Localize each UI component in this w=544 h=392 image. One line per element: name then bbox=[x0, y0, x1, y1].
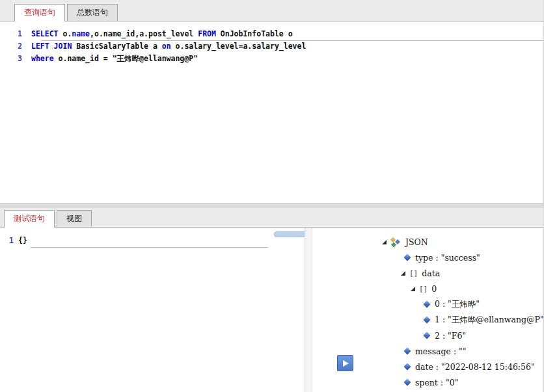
keyword-token: LEFT JOIN bbox=[31, 42, 72, 51]
code-token: OnJobInfoTable o bbox=[216, 29, 293, 38]
vertical-scrollbar[interactable] bbox=[305, 228, 312, 392]
tree-row-type[interactable]: type : "success" bbox=[381, 250, 544, 265]
sql-editor[interactable]: 1 SELECT o.name,o.name_id,a.post_level F… bbox=[0, 21, 544, 203]
diamond-icon bbox=[403, 347, 411, 354]
tree-row-data-0[interactable]: [] 0 bbox=[381, 281, 544, 296]
array-icon: [] bbox=[409, 269, 418, 278]
play-icon bbox=[343, 360, 349, 367]
current-line-underline bbox=[41, 40, 544, 41]
tree-row-spent[interactable]: spent : "0" bbox=[381, 374, 544, 390]
code-token: o.name_id = "王炜晔@ellanwang@P" bbox=[54, 54, 198, 63]
diamond-icon bbox=[403, 378, 411, 385]
sql-line: 1 SELECT o.name,o.name_id,a.post_level F… bbox=[0, 28, 544, 40]
line-number: 2 bbox=[0, 40, 31, 53]
test-line: 1 {} bbox=[0, 235, 27, 246]
keyword-token: SELECT bbox=[31, 29, 59, 38]
tab-count-statement[interactable]: 总数语句 bbox=[67, 4, 118, 21]
tree-row-field-0[interactable]: 0 : "王炜晔" bbox=[381, 296, 544, 312]
line-number: 1 bbox=[0, 28, 31, 40]
code-token: ,o.name_id,a.post_level bbox=[90, 29, 198, 38]
line-number: 3 bbox=[0, 53, 31, 65]
horizontal-splitter[interactable] bbox=[0, 203, 544, 208]
tab-view[interactable]: 视图 bbox=[57, 210, 92, 227]
tab-test-statement[interactable]: 测试语句 bbox=[4, 210, 55, 228]
tree-row-label: 2 : "F6" bbox=[435, 331, 466, 341]
tree-row-field-2[interactable]: 2 : "F6" bbox=[381, 328, 544, 343]
sql-code: SELECT o.name,o.name_id,a.post_level FRO… bbox=[31, 28, 293, 40]
json-result-tree: JSON type : "success" [] data [] 0 0 : "… bbox=[381, 228, 544, 392]
tree-row-label: JSON bbox=[405, 237, 428, 247]
line-number: 1 bbox=[0, 235, 18, 246]
keyword-token: on bbox=[162, 42, 171, 51]
tree-row-label: spent : "0" bbox=[415, 378, 459, 387]
sql-code: LEFT JOIN BasicSalaryTable a on o.salary… bbox=[31, 40, 306, 53]
diamond-icon bbox=[423, 332, 430, 339]
test-tabbar: 测试语句 视图 bbox=[0, 208, 544, 228]
tree-row-date[interactable]: date : "2022-08-12 15:46:56" bbox=[381, 359, 544, 374]
keyword-token: FROM bbox=[198, 29, 216, 38]
expander-icon[interactable] bbox=[382, 240, 387, 244]
code-token: o. bbox=[59, 29, 72, 38]
run-button[interactable] bbox=[337, 355, 353, 371]
tree-row-label: message : "" bbox=[415, 346, 467, 356]
query-tabbar: 查询语句 总数语句 bbox=[0, 0, 544, 21]
diamond-icon bbox=[423, 316, 430, 323]
expander-icon[interactable] bbox=[401, 271, 405, 276]
tree-row-field-1[interactable]: 1 : "王炜晔@ellanwang@P" bbox=[381, 312, 544, 328]
sql-line: 3 where o.name_id = "王炜晔@ellanwang@P" bbox=[0, 53, 544, 65]
tree-row-label: 1 : "王炜晔@ellanwang@P" bbox=[435, 315, 544, 326]
test-code: {} bbox=[18, 235, 27, 246]
keyword-token: name bbox=[72, 29, 90, 38]
tab-query-statement[interactable]: 查询语句 bbox=[14, 4, 65, 21]
diamond-icon bbox=[423, 300, 430, 307]
tree-row-label: data bbox=[422, 268, 440, 278]
tree-row-label: 0 bbox=[431, 284, 437, 294]
json-root-icon bbox=[390, 237, 400, 247]
sql-code: where o.name_id = "王炜晔@ellanwang@P" bbox=[31, 53, 198, 65]
test-param-editor[interactable]: 1 {} bbox=[0, 228, 312, 392]
tree-row-json-root[interactable]: JSON bbox=[381, 234, 544, 250]
expander-icon[interactable] bbox=[411, 287, 415, 291]
tree-row-message[interactable]: message : "" bbox=[381, 343, 544, 359]
tree-row-data[interactable]: [] data bbox=[381, 265, 544, 281]
bottom-content: 1 {} JSON type : bbox=[0, 228, 544, 392]
code-token: o.salary_level=a.salary_level bbox=[171, 42, 306, 51]
tree-row-label: date : "2022-08-12 15:46:56" bbox=[415, 362, 535, 372]
diamond-icon bbox=[403, 363, 411, 370]
diamond-icon bbox=[403, 254, 411, 261]
tree-row-label: 0 : "王炜晔" bbox=[435, 299, 480, 310]
array-icon: [] bbox=[419, 285, 428, 293]
code-token: BasicSalaryTable a bbox=[72, 42, 161, 51]
sql-line: 2 LEFT JOIN BasicSalaryTable a on o.sala… bbox=[0, 40, 544, 53]
keyword-token: where bbox=[31, 54, 54, 63]
sql-tool-window: 查询语句 总数语句 1 SELECT o.name,o.name_id,a.po… bbox=[0, 0, 544, 392]
current-line-underline bbox=[31, 247, 268, 248]
tree-row-label: type : "success" bbox=[415, 253, 480, 263]
